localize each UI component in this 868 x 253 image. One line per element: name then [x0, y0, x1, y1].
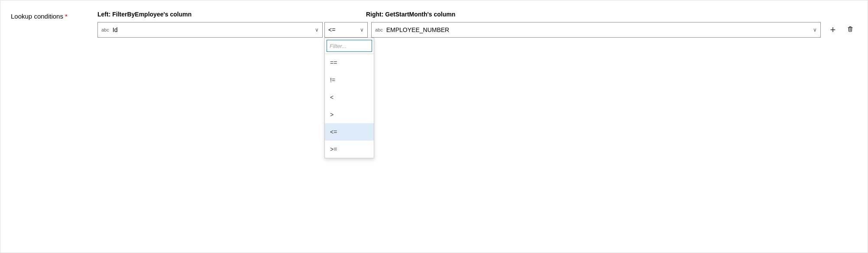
- right-column-header: Right: GetStartMonth's column: [366, 11, 857, 18]
- delete-condition-button[interactable]: [843, 23, 857, 37]
- main-container: Lookup conditions * Left: FilterByEmploy…: [0, 0, 868, 253]
- conditions-body: Left: FilterByEmployee's column Right: G…: [97, 11, 857, 38]
- plus-icon: +: [830, 24, 836, 35]
- operator-filter-input[interactable]: [327, 40, 372, 52]
- left-column-dropdown[interactable]: abc Id ∨: [97, 22, 323, 38]
- add-condition-button[interactable]: +: [826, 23, 840, 37]
- left-chevron-icon: ∨: [315, 27, 319, 33]
- condition-row: abc Id ∨ <= ∨ ==: [97, 22, 857, 38]
- operator-dropdown[interactable]: <= ∨: [324, 22, 368, 38]
- operator-option-lt[interactable]: <: [325, 89, 374, 106]
- svg-rect-1: [850, 28, 851, 31]
- operator-option-neq[interactable]: !=: [325, 71, 374, 89]
- operator-option-gte[interactable]: >=: [325, 141, 374, 158]
- action-buttons: +: [826, 22, 857, 37]
- operator-container: <= ∨ == != <: [324, 22, 368, 38]
- right-dropdown-container: abc EMPLOYEE_NUMBER ∨: [371, 22, 821, 38]
- left-type-badge: abc: [101, 27, 109, 32]
- right-column-dropdown[interactable]: abc EMPLOYEE_NUMBER ∨: [371, 22, 821, 38]
- lookup-conditions-section: Lookup conditions *: [11, 11, 97, 20]
- right-column-value: EMPLOYEE_NUMBER: [386, 26, 811, 33]
- required-star: *: [65, 13, 68, 20]
- columns-header-row: Left: FilterByEmployee's column Right: G…: [97, 11, 857, 18]
- operator-dropdown-menu: == != < > <= >=: [324, 38, 374, 158]
- right-chevron-icon: ∨: [813, 27, 817, 33]
- operator-option-lte[interactable]: <=: [325, 123, 374, 141]
- operator-value: <=: [328, 26, 358, 33]
- right-type-badge: abc: [375, 27, 383, 32]
- filter-input-container: [325, 38, 374, 54]
- lookup-conditions-label: Lookup conditions: [11, 13, 63, 20]
- trash-icon: [846, 25, 854, 35]
- left-column-value: Id: [113, 26, 313, 33]
- operator-chevron-icon: ∨: [360, 27, 364, 33]
- operator-option-gt[interactable]: >: [325, 106, 374, 123]
- left-column-header: Left: FilterByEmployee's column: [97, 11, 323, 18]
- left-dropdown-container: abc Id ∨: [97, 22, 323, 38]
- operator-option-eq[interactable]: ==: [325, 54, 374, 71]
